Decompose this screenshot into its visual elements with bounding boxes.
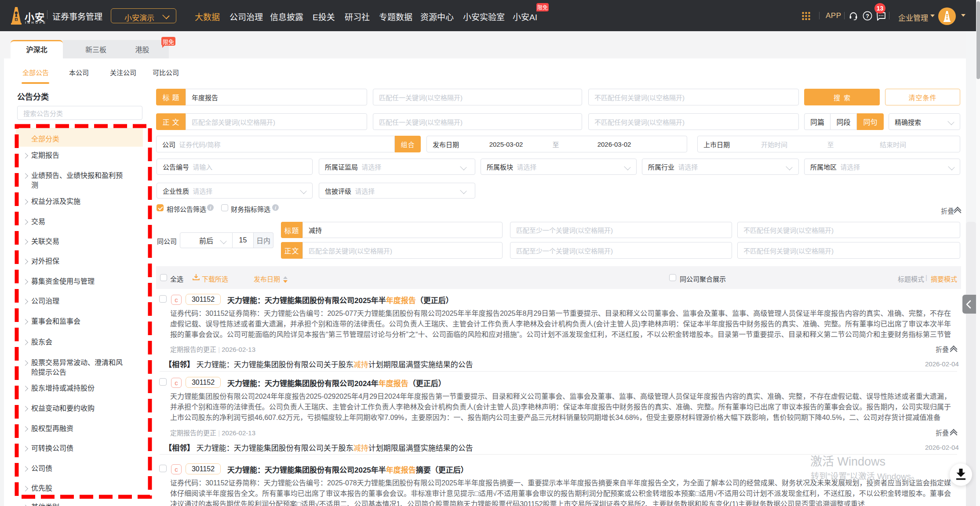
svg-text:?: ? [866,13,869,19]
